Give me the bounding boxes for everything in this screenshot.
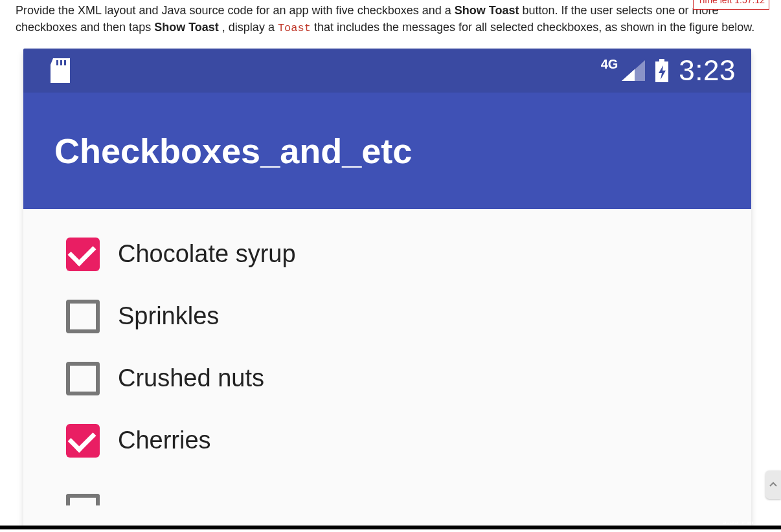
status-clock: 3:23 [679,54,736,87]
status-right-cluster: 4G 3:23 [601,54,736,87]
q-text-1: Provide the XML layout and Java source c… [16,4,455,17]
checkbox-row-sprinkles[interactable]: Sprinkles [66,300,751,333]
question-paragraph: Provide the XML layout and Java source c… [16,2,765,37]
q-bold-1: Show Toast [455,4,519,17]
svg-rect-2 [64,60,66,65]
checkbox-row-cherries[interactable]: Cherries [66,424,751,458]
app-bar: Checkboxes_and_etc [23,93,751,209]
checkbox-list: Chocolate syrup Sprinkles Crushed nuts C… [23,209,751,529]
network-4g-label: 4G [601,57,618,72]
checkbox-icon[interactable] [66,494,100,505]
checkbox-row-chocolate-syrup[interactable]: Chocolate syrup [66,238,751,271]
svg-rect-3 [659,59,664,61]
checkbox-icon[interactable] [66,424,100,458]
svg-rect-1 [60,60,62,65]
q-bold-2: Show Toast [154,21,219,34]
checkbox-icon[interactable] [66,238,100,271]
checkbox-row-crushed-nuts[interactable]: Crushed nuts [66,362,751,395]
checkbox-icon[interactable] [66,300,100,333]
sd-card-icon [51,58,70,83]
svg-rect-0 [56,60,58,65]
time-left-box: Time left 1:57:12 [693,0,769,10]
checkbox-row-cutoff[interactable] [66,486,751,514]
device-screenshot: 4G 3:23 Checkboxes [23,49,751,529]
q-text-4: that includes the messages for all selec… [314,21,754,34]
scroll-to-top-button[interactable] [765,471,781,499]
checkbox-label: Chocolate syrup [118,240,296,268]
app-title: Checkboxes_and_etc [54,131,412,171]
q-text-3: , display a [222,21,278,34]
checkbox-label: Crushed nuts [118,364,264,392]
taskbar [0,526,781,529]
android-status-bar: 4G 3:23 [23,49,751,93]
checkbox-label: Cherries [118,427,211,454]
signal-icon [622,60,645,81]
q-code-1: Toast [278,22,311,34]
checkbox-label: Sprinkles [118,302,219,330]
checkbox-icon[interactable] [66,362,100,395]
time-left-text: Time left 1:57:12 [697,0,765,5]
battery-icon [654,59,670,82]
